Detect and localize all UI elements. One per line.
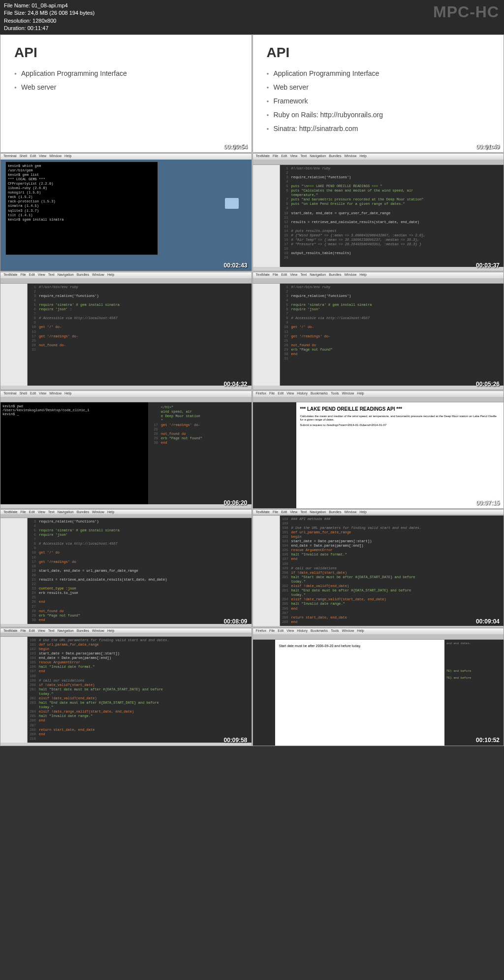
list-item: Ruby on Rails: http://rubyonrails.org [267,111,490,119]
editor-tabs [0,514,252,518]
duration-label: Duration: 00:11:47 [4,25,500,32]
thumbnail-2[interactable]: API Application Programming Interface We… [252,34,504,153]
editor-tabs [253,278,504,284]
editor-tabs [253,160,504,165]
page-heading: *** LAKE PEND OREILLE READINGS API *** [300,406,500,412]
thumbnail-4[interactable]: TextMateFileEditViewTextNavigationBundle… [252,153,504,271]
timestamp: 00:06:20 [223,499,247,506]
list-item: Web server [267,83,490,91]
textmate-menubar: TextMateFileEditViewTextNavigationBundle… [253,154,504,160]
thumbnail-5[interactable]: TextMateFileEditViewTextNavigationBundle… [0,272,252,390]
thumbnail-8[interactable]: FirefoxFileEditViewHistoryBookmarksTools… [252,391,504,509]
thumbnail-6[interactable]: TextMateFileEditViewTextNavigationBundle… [252,272,504,390]
thumbnail-3[interactable]: TerminalShellEditViewWindowHelp kevin$ w… [0,153,252,271]
list-item: Application Programming Interface [267,69,490,77]
file-size-label: File Size: 24,8 MB (26 008 194 bytes) [4,9,500,17]
slide-title: API [14,45,238,61]
browser-tabs [253,634,504,640]
thumbnail-1[interactable]: API Application Programming Interface We… [0,34,252,153]
desktop-folder-icon [222,198,242,210]
code-editor: 1#!/usr/bin/env ruby23require_relative('… [28,284,252,386]
editor-tabs [0,397,252,402]
thumbnail-grid: API Application Programming Interface We… [0,34,504,746]
background-editor [253,640,275,746]
textmate-menubar: TextMateFileEditViewTextNavigationBundle… [0,628,252,633]
file-sidebar [253,284,280,386]
code-editor: 190# Use the URL parameters for finding … [28,637,252,743]
firefox-menubar: FirefoxFileEditViewHistoryBookmarksTools… [253,391,504,397]
thumbnail-12[interactable]: FirefoxFileEditViewHistoryBookmarksTools… [252,628,504,746]
video-info-header: File Name: 01_08-api.mp4 File Size: 24,8… [0,0,504,34]
timestamp: 00:00:54 [223,143,247,150]
file-name-label: File Name: 01_08-api.mp4 [4,2,500,9]
terminal-menubar: TerminalShellEditViewWindowHelp [0,391,252,397]
list-item: Sinatra: http://sinatrarb.com [267,125,490,132]
timestamp: 00:03:37 [476,262,500,269]
slide-list: Application Programming Interface Web se… [14,69,238,97]
browser-page: Start date must be after 2006-09-20 and … [275,640,445,746]
list-item: Web server [14,83,238,91]
thumbnail-9[interactable]: TextMateFileEditViewTextNavigationBundle… [0,509,252,627]
mpc-hc-logo: MPC-HC [433,1,499,23]
slide-title: API [267,45,490,61]
statusbar [253,626,504,627]
page-text: Submit a request to /readings?start=2014… [300,424,500,427]
thumbnail-10[interactable]: TextMateFileEditViewTextNavigationBundle… [252,509,504,627]
statusbar [0,504,252,508]
timestamp: 00:01:49 [476,143,500,150]
timestamp: 00:04:32 [223,381,247,388]
list-item: Framework [267,97,490,105]
timestamp: 00:02:43 [223,262,247,269]
statusbar [253,386,504,390]
timestamp: 00:05:26 [476,381,500,388]
code-editor: 1#!/usr/bin/env ruby23require_relative('… [280,284,504,386]
browser-page: *** LAKE PEND OREILLE READINGS API *** C… [296,402,504,508]
statusbar [0,624,252,627]
code-editor: 1#!/usr/bin/env ruby23require_relative('… [280,165,504,267]
thumbnail-11[interactable]: TextMateFileEditViewTextNavigationBundle… [0,628,252,746]
background-editor [253,402,296,508]
code-editor: </h1>"wind speed, aire Deep Moor station… [150,404,250,447]
statusbar [0,743,252,746]
terminal: kevin$ which gem/usr/bin/gemkevin$ gem l… [6,162,158,224]
page-text: Start date must be after 2006-09-20 and … [279,644,441,648]
code-editor: 3require_relative('functions')45require … [28,518,252,624]
file-sidebar [0,637,28,743]
timestamp: 00:09:04 [476,618,500,625]
timestamp: 00:09:58 [223,737,247,744]
file-sidebar [253,165,280,267]
file-sidebar [253,516,280,626]
terminal: kevin$ pwd/Users/kevinskoglund/Desktop/c… [0,402,148,504]
thumbnail-7[interactable]: TerminalShellEditViewWindowHelp kevin$ p… [0,391,252,509]
file-sidebar [0,284,28,386]
timestamp: 00:10:52 [476,737,500,744]
code-editor: 188### API methods ###189190# Use the UR… [280,516,504,626]
editor-tabs [0,633,252,637]
slide-list: Application Programming Interface Web se… [267,69,490,138]
timestamp: 00:07:15 [476,499,500,506]
textmate-menubar: TextMateFileEditViewTextNavigationBundle… [253,272,504,278]
textmate-menubar: TextMateFileEditViewTextNavigationBundle… [0,272,252,278]
list-item: Application Programming Interface [14,69,238,77]
terminal-menubar: TerminalShellEditViewWindowHelp [0,154,252,160]
textmate-menubar: TextMateFileEditViewTextNavigationBundle… [0,510,252,514]
background-editor: and end dates.TE} and beforeTE} and befo… [444,640,504,746]
page-text: Calculates the mean and median of the wi… [300,415,500,423]
statusbar [0,386,252,390]
textmate-menubar: TextMateFileEditViewTextNavigationBundle… [253,510,504,514]
browser-tabs [253,397,504,402]
editor-tabs [0,278,252,284]
resolution-label: Resolution: 1280x800 [4,17,500,25]
file-sidebar [0,518,28,624]
timestamp: 00:08:09 [223,618,247,625]
statusbar [253,267,504,271]
firefox-menubar: FirefoxFileEditViewHistoryBookmarksTools… [253,628,504,634]
